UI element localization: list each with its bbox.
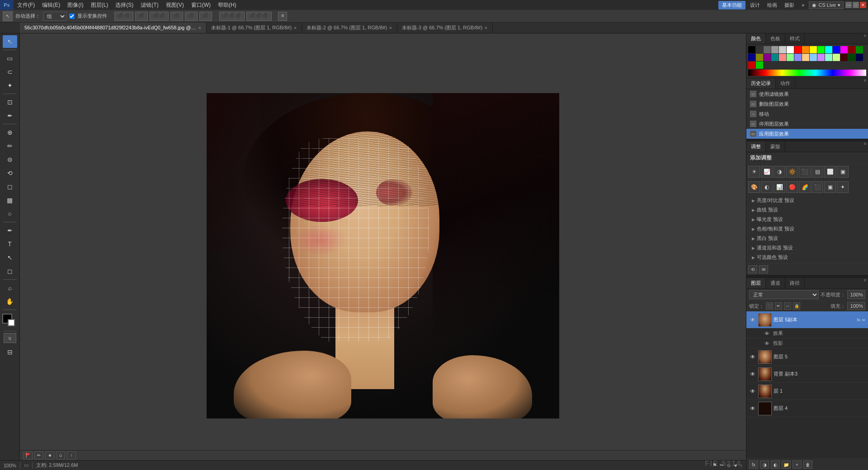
add-mask-btn[interactable]: ◑ <box>760 461 769 469</box>
swatch-ltblue[interactable] <box>794 54 802 61</box>
swatch-darkblue[interactable] <box>748 54 755 61</box>
color-panel-collapse[interactable]: ≡ <box>862 33 868 44</box>
workspace-photo[interactable]: 摄影 <box>782 2 797 9</box>
preset-exposure[interactable]: ▶ 曝光度 预设 <box>746 215 868 224</box>
layer-item-1[interactable]: 👁 层 1 <box>746 383 868 400</box>
color-spectrum[interactable] <box>748 70 866 76</box>
lock-all-btn[interactable]: 🔒 <box>793 302 800 310</box>
dodge-tool[interactable]: ○ <box>3 207 17 220</box>
blend-mode-select[interactable]: 正常 溶解 变暗 正片叠底 颜色加深 变亮 滤色 叠加 <box>749 290 819 299</box>
eyedropper-tool[interactable]: ✒ <box>3 109 17 122</box>
swatch-olive[interactable] <box>756 54 763 61</box>
close-button[interactable]: ✕ <box>860 2 866 8</box>
swatch-lime[interactable] <box>833 54 840 61</box>
screen-mode-btn[interactable]: ⊟ <box>3 346 17 358</box>
brush-tool[interactable]: ✏ <box>3 140 17 152</box>
menu-view[interactable]: 视图(V) <box>162 0 188 10</box>
hand-tool[interactable]: ✋ <box>3 295 17 308</box>
swatch-skyblue[interactable] <box>810 54 817 61</box>
adj-colorlookup-btn[interactable]: ◐ <box>761 181 773 193</box>
swatch-white[interactable] <box>787 46 794 53</box>
foreground-color[interactable] <box>2 314 12 324</box>
adj-channelmixer-btn[interactable]: 🎨 <box>748 181 760 193</box>
marquee-tool[interactable]: ▭ <box>3 52 17 65</box>
new-group-btn[interactable]: 📁 <box>782 461 791 469</box>
swatch-pink[interactable] <box>779 54 786 61</box>
eraser-tool[interactable]: ◻ <box>3 180 17 193</box>
autoselect-dropdown[interactable]: 组 图层 <box>43 12 66 21</box>
adj-colorbalance-btn[interactable]: ▤ <box>811 166 823 178</box>
swatch-lavender[interactable] <box>817 54 825 61</box>
swatch-green[interactable] <box>817 46 825 53</box>
swatch-mid[interactable] <box>764 46 771 53</box>
layer-item-bgcopy3[interactable]: 👁 背景 副本3 <box>746 366 868 383</box>
preset-bw[interactable]: ▶ 黑白 预设 <box>746 234 868 243</box>
swatch-light[interactable] <box>771 46 778 53</box>
layer-4-visibility[interactable]: 👁 <box>749 405 756 412</box>
workspace-design[interactable]: 设计 <box>747 2 763 9</box>
adj-bw-btn[interactable]: ⬜ <box>824 166 836 178</box>
arrange-btn[interactable]: ≡ <box>278 12 287 21</box>
shape-tool[interactable]: ◻ <box>3 265 17 277</box>
magic-wand-tool[interactable]: ✦ <box>3 79 17 92</box>
swatch-darkgreen[interactable] <box>856 46 863 53</box>
adj-curves-btn[interactable]: 📈 <box>761 166 773 178</box>
align-right-btn[interactable]: ⬛⬛ <box>150 12 169 21</box>
action-flag-btn[interactable]: 🚩 <box>24 451 33 460</box>
opacity-input[interactable] <box>847 290 865 299</box>
pen-tool[interactable]: ✒ <box>3 224 17 237</box>
distribute-h-btn[interactable]: ⬛⬛⬛ <box>219 12 245 21</box>
adj-invert-btn[interactable]: 📊 <box>774 181 785 193</box>
history-item-3[interactable]: ↔ 移动 <box>746 109 868 119</box>
menu-layer[interactable]: 图层(L) <box>87 0 112 10</box>
history-item-5[interactable]: ▭ 应用图层效果 <box>746 129 868 139</box>
tab-1-close[interactable]: ✕ <box>293 26 297 30</box>
preset-curves[interactable]: ▶ 曲线 预设 <box>746 205 868 215</box>
tab-swatches[interactable]: 色板 <box>766 33 785 44</box>
tab-masks[interactable]: 蒙版 <box>766 141 785 152</box>
action-upload-btn[interactable]: ↑ <box>67 451 76 460</box>
adj-brightness-btn[interactable]: ☀ <box>748 166 760 178</box>
tab-adjustments[interactable]: 调整 <box>746 141 766 152</box>
minimize-button[interactable]: — <box>845 2 852 8</box>
swatch-forest[interactable] <box>848 54 855 61</box>
swatch-dark[interactable] <box>756 46 763 53</box>
swatch-blue[interactable] <box>833 46 840 53</box>
tab-history[interactable]: 历史记录 <box>746 78 776 89</box>
type-tool[interactable]: T <box>3 238 17 250</box>
lock-move-btn[interactable]: ↔ <box>784 302 791 310</box>
lasso-tool[interactable]: ⊂ <box>3 66 17 78</box>
zoom-tool[interactable]: ⌕ <box>3 282 17 294</box>
path-selection-tool[interactable]: ↖ <box>3 251 17 264</box>
menu-file[interactable]: 文件(F) <box>14 0 38 10</box>
preset-hsl[interactable]: ▶ 色相/饱和度 预设 <box>746 224 868 234</box>
history-item-2[interactable]: ▭ 删除图层效果 <box>746 99 868 109</box>
history-item-1[interactable]: ▭ 使用滤镜效果 <box>746 89 868 99</box>
tab-actions[interactable]: 动作 <box>776 78 795 89</box>
swatch-ltgreen[interactable] <box>787 54 794 61</box>
preset-brightness[interactable]: ▶ 亮度/对比度 预设 <box>746 196 868 205</box>
swatch-navy[interactable] <box>856 54 863 61</box>
adj-footer-btn2[interactable]: ✉ <box>759 265 768 273</box>
action-smiley-btn[interactable]: ☺ <box>56 451 65 460</box>
align-top-btn[interactable]: ⬛ <box>170 12 183 21</box>
fill-input[interactable] <box>847 302 865 310</box>
menu-window[interactable]: 窗口(W) <box>188 0 214 10</box>
adj-hsl-btn[interactable]: ⬛ <box>799 166 811 178</box>
tab-3-close[interactable]: ✕ <box>484 26 488 30</box>
history-panel-collapse[interactable]: ≡ <box>862 78 868 89</box>
swatch-black[interactable] <box>748 46 755 53</box>
show-transform-checkbox[interactable] <box>69 14 75 19</box>
swatch-lighter[interactable] <box>779 46 786 53</box>
tab-1[interactable]: 未标题-1 @ 66.7% (图层 1, RGB/8#) ✕ <box>207 23 302 33</box>
adj-posterize-btn[interactable]: 🔴 <box>786 181 798 193</box>
layer-5-visibility[interactable]: 👁 <box>749 353 756 361</box>
swatch-magenta[interactable] <box>840 46 848 53</box>
background-color[interactable] <box>8 319 15 326</box>
adj-photofilter-btn[interactable]: ▣ <box>837 166 849 178</box>
new-layer-btn[interactable]: + <box>793 461 802 469</box>
align-middle-btn[interactable]: ⬛ <box>185 12 198 21</box>
tab-main-close[interactable]: ✕ <box>198 26 202 30</box>
adj-threshold-btn[interactable]: 🌈 <box>799 181 811 193</box>
swatch-peach[interactable] <box>802 54 809 61</box>
